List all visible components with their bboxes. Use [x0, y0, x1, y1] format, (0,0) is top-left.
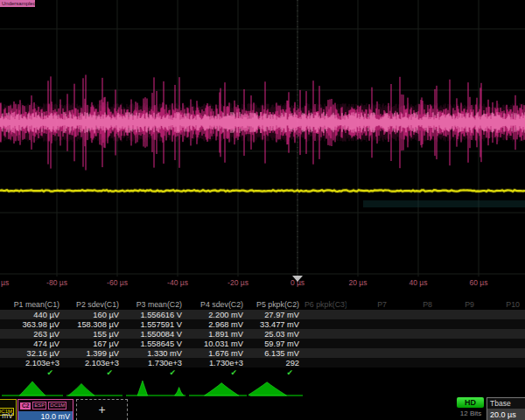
measurement-value: 1.556616 V — [124, 311, 187, 319]
measurement-value: 1.557591 V — [124, 320, 187, 329]
param-header-p6[interactable]: P6 pkpk(C3) — [304, 300, 346, 309]
time-axis-label: 40 µs — [410, 278, 428, 287]
measurement-value: 32.16 µV — [0, 349, 65, 358]
param-header-p7[interactable]: P7 — [346, 300, 392, 309]
measurement-value: 167 µV — [65, 340, 124, 348]
time-axis-label: -60 µs — [107, 278, 128, 287]
time-axis-label: -40 µs — [167, 278, 188, 287]
histicon-p4 — [187, 377, 248, 398]
c2-scale-value: 10.0 mV — [18, 411, 73, 420]
measurement-value: 33.477 mV — [248, 320, 304, 329]
time-axis-label: -20 µs — [228, 278, 248, 287]
time-axis-label: -100 µs — [0, 278, 9, 287]
measurement-value: 158.308 µV — [65, 320, 124, 329]
param-header-p3[interactable]: P3 mean(C2) — [124, 300, 187, 309]
parameter-histicons — [0, 377, 304, 398]
histicon-p3 — [124, 377, 187, 398]
param-header-p4[interactable]: P4 sdev(C2) — [187, 300, 248, 309]
status-check-icon: ✔ — [65, 368, 124, 377]
measurement-value: 1.330 mV — [124, 349, 187, 358]
param-header-p2[interactable]: P2 sdev(C1) — [65, 300, 124, 309]
param-header-p8[interactable]: P8 — [392, 300, 438, 309]
time-axis-label: 20 µs — [349, 278, 368, 287]
measurement-value: 1.730e+3 — [187, 359, 248, 368]
measurement-value: 1.730e+3 — [124, 359, 187, 368]
histicon-p5 — [248, 377, 304, 398]
measurement-value: 1.399 µV — [65, 349, 124, 358]
measurement-value: 474 µV — [0, 340, 65, 348]
measurement-value: 160 µV — [65, 311, 124, 319]
measurement-value: 27.97 mV — [248, 311, 304, 319]
measurement-value: 2.200 mV — [187, 311, 248, 319]
timebase-label: Tbase — [487, 398, 525, 409]
hd-mode-badge[interactable]: HD — [457, 397, 484, 408]
param-header-p9[interactable]: P9 — [438, 300, 480, 309]
measurement-value: 59.97 mV — [248, 340, 304, 348]
status-check-icon: ✔ — [0, 368, 65, 377]
measurement-value: 2.968 mV — [187, 320, 248, 329]
measurement-value: 263 µV — [0, 330, 65, 339]
measurement-value: 25.03 mV — [248, 330, 304, 339]
measurement-value: 2.103e+3 — [65, 359, 124, 368]
measurement-value: 1.550084 V — [124, 330, 187, 339]
measurement-value: 1.558645 V — [124, 340, 187, 348]
time-axis-label: -80 µs — [46, 278, 67, 287]
measurement-value: 1.891 mV — [187, 330, 248, 339]
status-check-icon: ✔ — [124, 368, 187, 377]
param-header-p10[interactable]: P10 — [480, 300, 525, 309]
timebase-descriptor[interactable]: Tbase 20.0 µs — [486, 397, 525, 420]
histicon-p2 — [65, 377, 124, 398]
time-axis-label: 60 µs — [470, 278, 488, 287]
measurement-value: 6.135 mV — [248, 349, 304, 358]
timebase-value: 20.0 µs — [487, 409, 525, 420]
measurement-table: P1 mean(C1)P2 sdev(C1)P3 mean(C2)P4 sdev… — [0, 298, 525, 377]
c2-channel-label: C2 — [20, 402, 31, 410]
channel-descriptor-c1[interactable]: DC1M 0 mV — [0, 399, 17, 420]
param-header-p1[interactable]: P1 mean(C1) — [0, 300, 65, 309]
add-channel-button[interactable]: + — [76, 399, 128, 420]
measurement-value: 10.031 mV — [187, 340, 248, 348]
waveform-grid-area — [0, 0, 525, 276]
undersampled-warning-badge: Undersampled — [0, 0, 35, 7]
measurement-value: 440 µV — [0, 311, 65, 319]
oscilloscope-screen: Undersampled -100 µs-80 µs-60 µs-40 µs-2… — [0, 0, 525, 420]
measurement-value: 292 — [248, 359, 304, 368]
hd-bits-label: 12 Bits — [450, 410, 492, 417]
c2-esp-badge: ESP — [32, 402, 46, 410]
trigger-position-marker[interactable] — [292, 276, 303, 282]
measurement-value: 155 µV — [65, 330, 124, 339]
status-check-icon: ✔ — [248, 368, 304, 377]
param-header-p5[interactable]: P5 pkpk(C2) — [248, 300, 304, 309]
measurement-value: 363.98 µV — [0, 320, 65, 329]
channel-descriptor-c2[interactable]: C2 ESP DC1M 10.0 mV — [18, 399, 74, 420]
histicon-p1 — [0, 377, 65, 398]
c2-coupling-badge: DC1M — [48, 402, 66, 410]
status-check-icon: ✔ — [187, 368, 248, 377]
measurement-value: 2.103e+3 — [0, 359, 65, 368]
measurement-value: 1.676 mV — [187, 349, 248, 358]
